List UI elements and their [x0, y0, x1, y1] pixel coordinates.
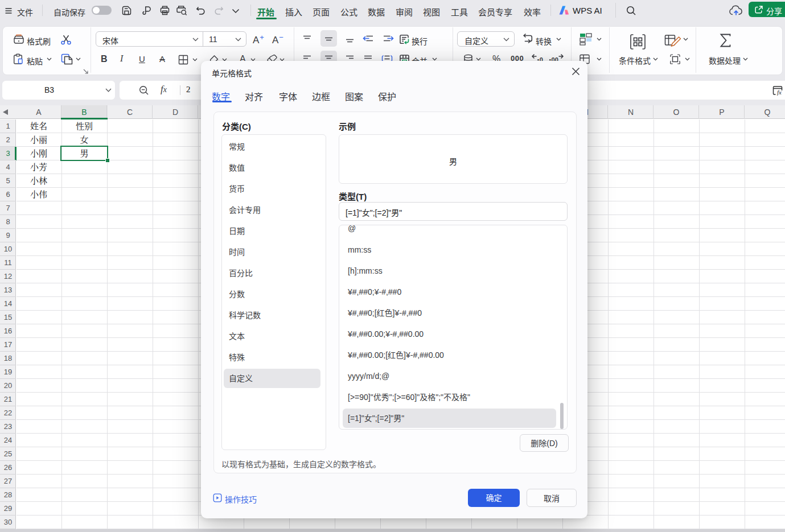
svg-text:fx: fx: [777, 89, 782, 96]
